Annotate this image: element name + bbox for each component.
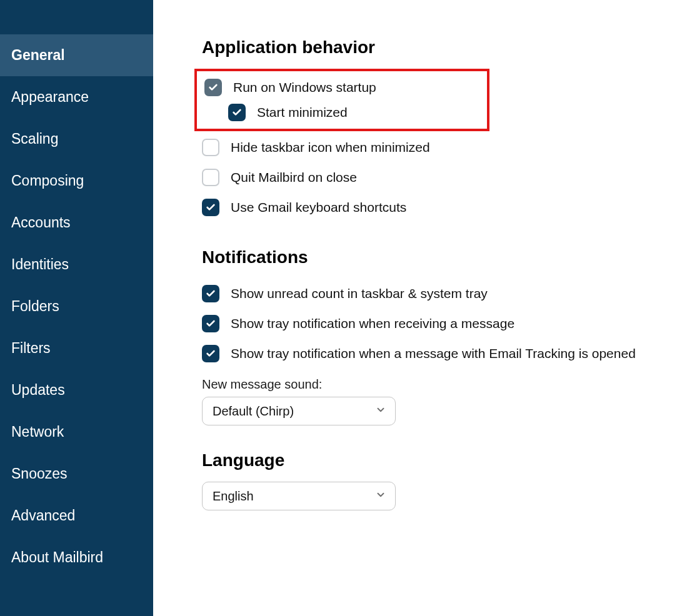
sidebar-item-identities[interactable]: Identities (0, 244, 153, 286)
checkbox-label: Show tray notification when a message wi… (231, 346, 636, 361)
chevron-down-icon (375, 489, 386, 504)
sidebar-item-label: Identities (11, 256, 69, 272)
sidebar-item-snoozes[interactable]: Snoozes (0, 453, 153, 495)
sidebar-item-label: Appearance (11, 89, 89, 105)
sidebar-item-label: Snoozes (11, 465, 68, 482)
new-message-sound-label: New message sound: (202, 377, 692, 392)
check-icon (206, 349, 216, 359)
new-message-sound-select[interactable]: Default (Chirp) (202, 397, 396, 425)
sidebar-item-general[interactable]: General (0, 34, 153, 76)
checkbox-start-minimized[interactable] (228, 104, 246, 121)
sidebar-item-label: Accounts (11, 214, 71, 231)
checkbox-label: Quit Mailbird on close (231, 170, 357, 185)
sidebar-item-label: Scaling (11, 131, 58, 147)
sidebar-item-filters[interactable]: Filters (0, 327, 153, 369)
select-value: Default (Chirp) (213, 404, 294, 419)
sidebar-item-label: Updates (11, 382, 65, 398)
section-heading-notifications: Notifications (202, 247, 692, 267)
check-icon (206, 202, 216, 212)
checkbox-label: Hide taskbar icon when minimized (231, 140, 430, 155)
highlight-annotation: Run on Windows startup Start minimized (194, 69, 489, 131)
checkbox-label: Start minimized (257, 105, 348, 120)
settings-sidebar: General Appearance Scaling Composing Acc… (0, 0, 153, 616)
sidebar-item-label: About Mailbird (11, 549, 103, 565)
sidebar-item-appearance[interactable]: Appearance (0, 76, 153, 118)
sidebar-item-composing[interactable]: Composing (0, 160, 153, 202)
checkbox-label: Show tray notification when receiving a … (231, 316, 514, 331)
section-heading-language: Language (202, 450, 692, 470)
checkbox-label: Show unread count in taskbar & system tr… (231, 286, 488, 301)
sidebar-item-about[interactable]: About Mailbird (0, 537, 153, 579)
sidebar-item-advanced[interactable]: Advanced (0, 495, 153, 537)
section-heading-app-behavior: Application behavior (202, 37, 692, 57)
check-icon (232, 107, 242, 117)
check-icon (208, 82, 218, 92)
sidebar-item-label: Network (11, 424, 64, 440)
checkbox-quit-on-close[interactable] (202, 169, 219, 186)
checkbox-gmail-shortcuts[interactable] (202, 199, 219, 216)
checkbox-run-on-startup[interactable] (204, 79, 222, 96)
checkbox-label: Use Gmail keyboard shortcuts (231, 200, 406, 215)
sidebar-item-folders[interactable]: Folders (0, 286, 153, 327)
sidebar-item-label: Folders (11, 298, 59, 314)
checkbox-hide-taskbar-icon[interactable] (202, 139, 219, 156)
select-value: English (213, 489, 254, 504)
language-select[interactable]: English (202, 482, 396, 510)
sidebar-item-label: Filters (11, 340, 51, 356)
sidebar-item-network[interactable]: Network (0, 411, 153, 453)
sidebar-item-accounts[interactable]: Accounts (0, 202, 153, 244)
checkbox-unread-count[interactable] (202, 285, 219, 302)
sidebar-item-label: General (11, 47, 65, 63)
sidebar-item-label: Advanced (11, 507, 75, 524)
sidebar-item-updates[interactable]: Updates (0, 369, 153, 411)
checkbox-tray-on-receive[interactable] (202, 315, 219, 332)
settings-content: Application behavior Run on Windows star… (153, 0, 692, 616)
checkbox-tray-on-tracking[interactable] (202, 345, 219, 362)
sidebar-item-scaling[interactable]: Scaling (0, 118, 153, 160)
sidebar-item-label: Composing (11, 172, 84, 189)
checkbox-label: Run on Windows startup (233, 80, 376, 95)
check-icon (206, 319, 216, 329)
check-icon (206, 289, 216, 299)
chevron-down-icon (375, 404, 386, 419)
